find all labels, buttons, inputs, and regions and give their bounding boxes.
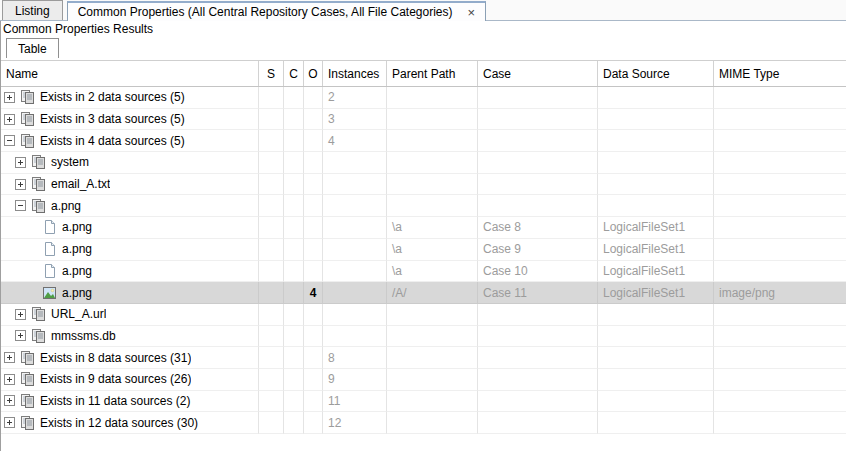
plus-box-icon[interactable] <box>15 157 26 168</box>
instances-cell <box>323 326 387 348</box>
column-header-name[interactable]: Name <box>1 61 259 86</box>
data_source-cell: LogicalFileSet1 <box>598 261 714 283</box>
column-header-instances[interactable]: Instances <box>323 61 387 86</box>
page-title: Common Properties Results <box>1 21 846 38</box>
o-cell <box>304 217 323 239</box>
documents-stack-icon <box>30 154 47 170</box>
data_source-cell <box>598 347 714 369</box>
table-row[interactable]: Exists in 9 data sources (26)9 <box>1 369 846 391</box>
name-label: a.png <box>62 220 92 234</box>
table-row[interactable]: a.png <box>1 195 846 217</box>
case-cell <box>478 369 598 391</box>
o-cell <box>304 130 323 152</box>
table-row[interactable]: Exists in 12 data sources (30)12 <box>1 412 846 434</box>
name-cell: system <box>1 152 259 174</box>
plus-box-icon[interactable] <box>4 114 15 125</box>
s-cell <box>259 130 284 152</box>
plus-box-icon[interactable] <box>4 92 15 103</box>
mime-cell <box>714 369 846 391</box>
tree-indent <box>1 184 15 185</box>
table-row[interactable]: Exists in 3 data sources (5)3 <box>1 109 846 131</box>
parent_path-cell: \a <box>387 261 478 283</box>
minus-box-icon[interactable] <box>4 135 15 146</box>
column-header-data_source[interactable]: Data Source <box>598 61 714 86</box>
table-row[interactable]: Exists in 4 data sources (5)4 <box>1 130 846 152</box>
parent_path-cell <box>387 304 478 326</box>
tab-table-label: Table <box>18 42 47 56</box>
c-cell <box>284 174 304 196</box>
data_source-cell <box>598 130 714 152</box>
mime-cell <box>714 391 846 413</box>
tab-common-properties[interactable]: Common Properties (All Central Repositor… <box>67 1 486 21</box>
o-cell <box>304 239 323 261</box>
c-cell <box>284 87 304 109</box>
table-row[interactable]: a.png4/A/Case 11LogicalFileSet1image/png <box>1 282 846 304</box>
tree-indent <box>1 162 15 163</box>
instances-cell <box>323 152 387 174</box>
table-row[interactable]: a.png\aCase 8LogicalFileSet1 <box>1 217 846 239</box>
plus-box-icon[interactable] <box>4 395 15 406</box>
close-icon[interactable]: × <box>468 6 476 19</box>
table-row[interactable]: Exists in 8 data sources (31)8 <box>1 347 846 369</box>
case-cell: Case 10 <box>478 261 598 283</box>
instances-cell <box>323 217 387 239</box>
documents-stack-icon <box>19 371 36 387</box>
table-row[interactable]: mmssms.db <box>1 326 846 348</box>
image-file-icon <box>41 285 58 301</box>
instances-cell <box>323 304 387 326</box>
case-cell <box>478 152 598 174</box>
column-header-o[interactable]: O <box>304 61 323 86</box>
column-header-c[interactable]: C <box>284 61 304 86</box>
plus-box-icon[interactable] <box>15 330 26 341</box>
plus-box-icon[interactable] <box>4 352 15 363</box>
tab-listing[interactable]: Listing <box>2 0 63 20</box>
name-cell: Exists in 8 data sources (31) <box>1 347 259 369</box>
s-cell <box>259 195 284 217</box>
table-row[interactable]: URL_A.url <box>1 304 846 326</box>
data_source-cell <box>598 412 714 434</box>
table-row[interactable]: a.png\aCase 10LogicalFileSet1 <box>1 261 846 283</box>
table-row[interactable]: system <box>1 152 846 174</box>
mime-cell <box>714 239 846 261</box>
plus-box-icon[interactable] <box>4 417 15 428</box>
c-cell <box>284 195 304 217</box>
c-cell <box>284 217 304 239</box>
plus-box-icon[interactable] <box>4 374 15 385</box>
documents-stack-icon <box>19 133 36 149</box>
case-cell: Case 8 <box>478 217 598 239</box>
o-cell <box>304 87 323 109</box>
table-header-row: NameSCOInstancesParent PathCaseData Sour… <box>1 61 846 87</box>
parent_path-cell: \a <box>387 239 478 261</box>
data_source-cell <box>598 174 714 196</box>
column-header-mime[interactable]: MIME Type <box>714 61 846 86</box>
table-row[interactable]: Exists in 2 data sources (5)2 <box>1 87 846 109</box>
column-header-s[interactable]: S <box>259 61 284 86</box>
s-cell <box>259 239 284 261</box>
column-header-parent_path[interactable]: Parent Path <box>387 61 478 86</box>
data_source-cell <box>598 152 714 174</box>
plus-box-icon[interactable] <box>15 179 26 190</box>
tree-indent <box>1 205 15 206</box>
tree-indent <box>1 270 26 271</box>
tab-table[interactable]: Table <box>6 38 59 58</box>
table-row[interactable]: a.png\aCase 9LogicalFileSet1 <box>1 239 846 261</box>
plus-box-icon[interactable] <box>15 309 26 320</box>
c-cell <box>284 347 304 369</box>
name-label: a.png <box>62 264 92 278</box>
common-properties-panel: Common Properties Results Table NameSCOI… <box>0 21 846 451</box>
name-label: a.png <box>62 242 92 256</box>
table-row[interactable]: Exists in 11 data sources (2)11 <box>1 391 846 413</box>
instances-cell <box>323 174 387 196</box>
name-cell: Exists in 12 data sources (30) <box>1 412 259 434</box>
s-cell <box>259 412 284 434</box>
mime-cell: image/png <box>714 282 846 304</box>
c-cell <box>284 326 304 348</box>
name-cell: a.png <box>1 195 259 217</box>
column-header-case[interactable]: Case <box>478 61 598 86</box>
results-table: NameSCOInstancesParent PathCaseData Sour… <box>1 60 846 434</box>
data_source-cell: LogicalFileSet1 <box>598 282 714 304</box>
data_source-cell <box>598 391 714 413</box>
table-row[interactable]: email_A.txt <box>1 174 846 196</box>
o-cell: 4 <box>304 282 323 304</box>
minus-box-icon[interactable] <box>15 200 26 211</box>
